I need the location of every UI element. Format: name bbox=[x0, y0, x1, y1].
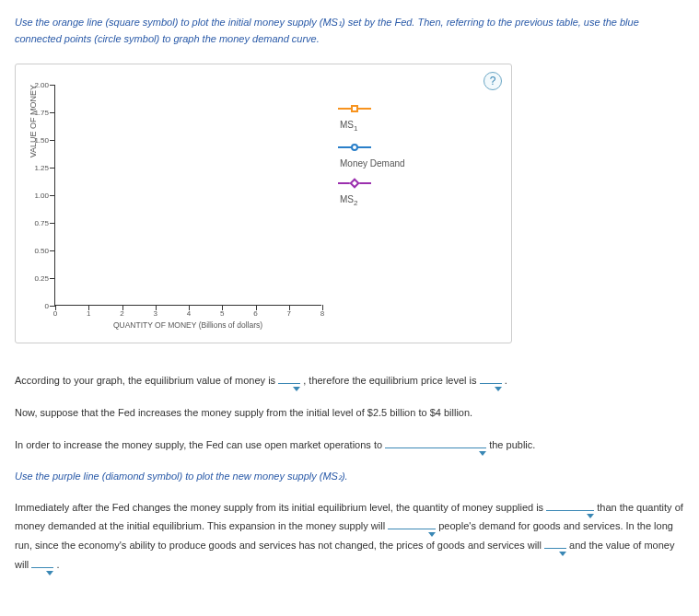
diamond-icon bbox=[338, 182, 371, 184]
legend-ms1[interactable] bbox=[338, 101, 405, 116]
dropdown-supplied-compare[interactable] bbox=[546, 510, 594, 511]
plot-area[interactable]: 00.250.500.751.001.251.501.752.000123456… bbox=[54, 85, 321, 306]
x-tick-label: 4 bbox=[187, 309, 191, 318]
y-tick bbox=[50, 195, 55, 196]
x-tick-label: 2 bbox=[120, 309, 123, 318]
legend-ms1-label: MS1 bbox=[338, 120, 405, 133]
dropdown-value-direction[interactable] bbox=[31, 567, 53, 568]
x-tick-label: 1 bbox=[87, 309, 90, 318]
legend-ms2[interactable] bbox=[338, 176, 405, 191]
x-tick-label: 5 bbox=[220, 309, 224, 318]
y-tick bbox=[50, 168, 55, 169]
legend: MS1 Money Demand MS2 bbox=[338, 85, 405, 215]
y-tick-label: 0.25 bbox=[23, 274, 49, 283]
legend-md-label: Money Demand bbox=[338, 158, 405, 169]
x-axis-label: QUANTITY OF MONEY (Billions of dollars) bbox=[54, 320, 321, 330]
dropdown-prices-direction[interactable] bbox=[544, 548, 566, 549]
y-tick-label: 1.50 bbox=[23, 136, 49, 145]
y-tick bbox=[50, 250, 55, 251]
y-tick bbox=[50, 140, 55, 141]
legend-money-demand[interactable] bbox=[338, 140, 405, 155]
x-tick-label: 7 bbox=[287, 309, 291, 318]
y-tick bbox=[50, 223, 55, 224]
question-open-market: In order to increase the money supply, t… bbox=[15, 436, 684, 455]
dropdown-eq-value[interactable] bbox=[278, 383, 300, 384]
y-tick-label: 1.25 bbox=[23, 164, 49, 172]
x-tick-label: 6 bbox=[253, 309, 257, 318]
legend-ms2-label: MS2 bbox=[338, 194, 405, 207]
y-tick-label: 0.75 bbox=[23, 219, 49, 227]
square-icon bbox=[338, 108, 371, 110]
scenario-fed-increase: Now, suppose that the Fed increases the … bbox=[15, 403, 684, 423]
y-tick-label: 1.75 bbox=[23, 109, 49, 117]
instructions-intro: Use the orange line (square symbol) to p… bbox=[15, 15, 684, 47]
y-tick bbox=[50, 85, 55, 86]
question-after-change: Immediately after the Fed changes the mo… bbox=[15, 498, 684, 575]
y-tick-label: 0 bbox=[23, 302, 49, 310]
instructions-ms2: Use the purple line (diamond symbol) to … bbox=[15, 468, 684, 485]
y-tick bbox=[50, 278, 55, 279]
dropdown-demand-effect[interactable] bbox=[388, 529, 436, 529]
circle-icon bbox=[338, 146, 371, 148]
x-tick-label: 8 bbox=[320, 309, 324, 318]
y-tick bbox=[50, 112, 55, 113]
dropdown-eq-price[interactable] bbox=[480, 383, 502, 384]
question-equilibrium: According to your graph, the equilibrium… bbox=[15, 371, 684, 390]
x-tick-label: 3 bbox=[154, 309, 157, 318]
y-tick-label: 0.50 bbox=[23, 247, 49, 255]
x-tick-label: 0 bbox=[53, 309, 57, 318]
y-tick-label: 2.00 bbox=[23, 81, 49, 89]
dropdown-omo-action[interactable] bbox=[385, 447, 486, 448]
chart-panel: ? VALUE OF MONEY 00.250.500.751.001.251.… bbox=[15, 64, 512, 343]
y-tick-label: 1.00 bbox=[23, 192, 49, 200]
help-button[interactable]: ? bbox=[483, 72, 502, 90]
